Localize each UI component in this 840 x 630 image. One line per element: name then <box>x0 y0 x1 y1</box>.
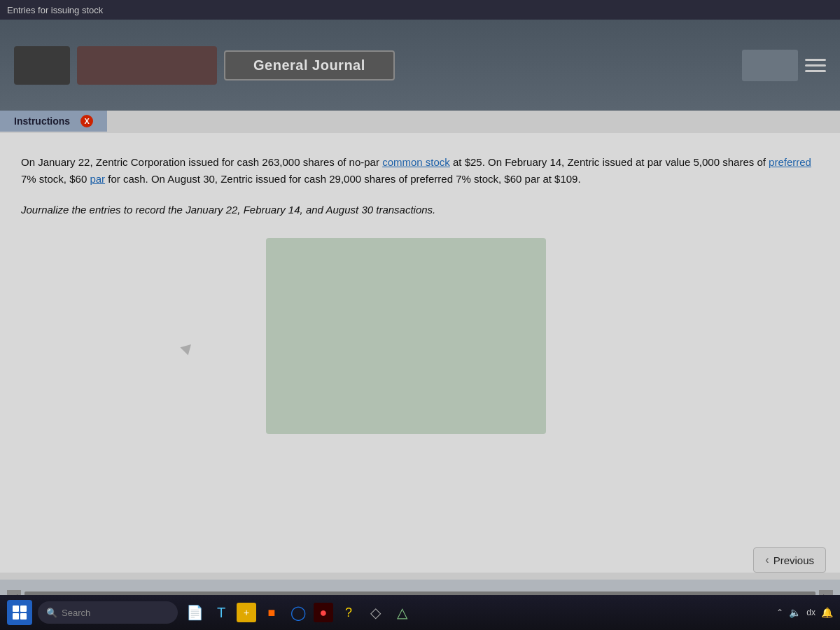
instructions-paragraph-2: Journalize the entries to record the Jan… <box>21 202 819 218</box>
taskbar-icons: 📄 T + ■ ◯ ● ? ◇ △ <box>183 601 413 624</box>
time-display: dx <box>806 608 816 617</box>
general-journal-button[interactable]: General Journal <box>224 50 395 80</box>
svg-rect-3 <box>20 613 27 620</box>
svg-rect-2 <box>13 613 19 620</box>
notification-icon[interactable]: 🔔 <box>821 607 833 618</box>
par-link[interactable]: par <box>90 173 105 185</box>
search-icon: 🔍 <box>46 608 57 618</box>
search-placeholder: Search <box>62 608 90 618</box>
instructions-content: On January 22, Zentric Corporation issue… <box>0 133 840 573</box>
taskbar-app-icon-6[interactable]: ◇ <box>364 601 386 624</box>
taskbar-app-icon-4[interactable]: ● <box>314 603 333 622</box>
taskbar-app-icon-1[interactable]: T <box>210 601 232 624</box>
taskbar-search[interactable]: 🔍 Search <box>38 601 178 624</box>
taskbar-app-icon-2[interactable]: + <box>237 603 256 622</box>
instructions-tab-label: Instructions <box>14 115 70 127</box>
close-icon[interactable]: X <box>80 115 93 127</box>
top-bar: General Journal <box>0 20 840 111</box>
top-bar-right-box <box>742 50 798 81</box>
taskbar-app-icon-7[interactable]: △ <box>391 601 413 624</box>
chevron-left-icon: ‹ <box>765 554 769 566</box>
taskbar-file-icon[interactable]: 📄 <box>183 601 206 624</box>
svg-rect-1 <box>20 606 27 612</box>
start-button[interactable] <box>7 600 32 625</box>
cursor-arrow-icon <box>180 340 195 355</box>
top-bar-left-button[interactable] <box>14 46 70 85</box>
page-window-title: Entries for issuing stock <box>7 5 103 15</box>
menu-lines-icon[interactable] <box>805 50 826 81</box>
taskbar: 🔍 Search 📄 T + ■ ◯ ● ? ◇ △ ⌃ 🔈 dx 🔔 <box>0 595 840 630</box>
common-stock-link[interactable]: common stock <box>382 156 450 168</box>
previous-button[interactable]: ‹ Previous <box>753 547 826 573</box>
instructions-paragraph-1: On January 22, Zentric Corporation issue… <box>21 154 819 188</box>
taskbar-app-icon-5[interactable]: ? <box>337 601 360 624</box>
system-tray: ⌃ 🔈 dx 🔔 <box>776 607 833 618</box>
volume-icon: 🔈 <box>789 607 801 618</box>
instructions-tab[interactable]: Instructions X <box>0 111 107 132</box>
top-bar-mid-button[interactable] <box>77 46 217 85</box>
green-overlay <box>266 238 546 434</box>
taskbar-browser-icon[interactable]: ◯ <box>287 601 309 624</box>
svg-rect-0 <box>13 606 19 612</box>
taskbar-app-icon-3[interactable]: ■ <box>260 601 283 624</box>
previous-label: Previous <box>774 554 814 566</box>
preferred-link[interactable]: preferred <box>769 156 811 168</box>
network-icon: ⌃ <box>776 608 783 617</box>
windows-icon <box>11 604 28 621</box>
top-bar-right <box>742 50 826 81</box>
main-content: Instructions X On January 22, Zentric Co… <box>0 111 840 615</box>
